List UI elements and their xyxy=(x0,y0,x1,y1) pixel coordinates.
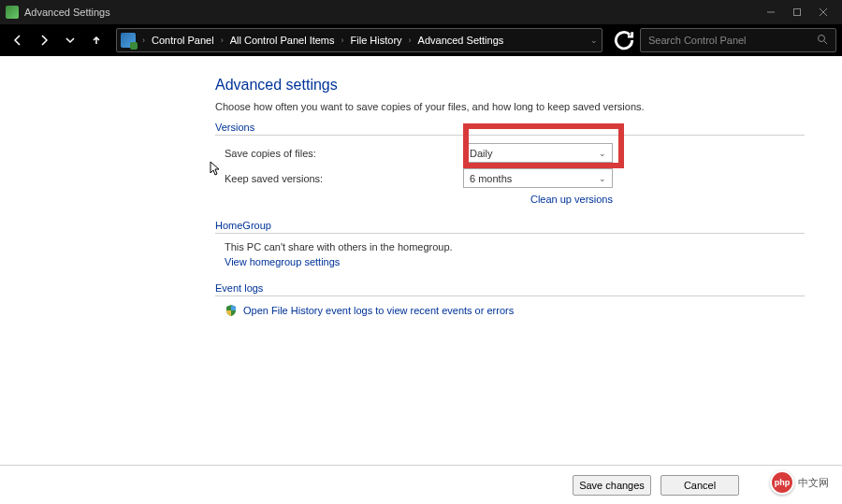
breadcrumb-item[interactable]: Control Panel xyxy=(148,35,218,46)
svg-line-5 xyxy=(824,41,827,44)
navbar: › Control Panel › All Control Panel Item… xyxy=(0,24,842,56)
app-icon xyxy=(6,6,19,19)
section-label: HomeGroup xyxy=(215,220,805,234)
eventlogs-section: Event logs Open File History event logs … xyxy=(215,282,805,317)
save-copies-row: Save copies of files: Daily ⌄ xyxy=(215,143,805,163)
section-label: Versions xyxy=(215,122,805,136)
recent-locations-button[interactable] xyxy=(58,28,82,52)
page-description: Choose how often you want to save copies… xyxy=(215,101,805,112)
keep-versions-label: Keep saved versions: xyxy=(225,173,463,184)
svg-point-4 xyxy=(819,36,825,42)
page-title: Advanced settings xyxy=(215,77,805,94)
homegroup-text: This PC can't share with others in the h… xyxy=(215,241,805,252)
save-copies-label: Save copies of files: xyxy=(225,148,463,159)
breadcrumb-item[interactable]: Advanced Settings xyxy=(414,35,508,46)
chevron-down-icon[interactable]: ⌄ xyxy=(590,36,598,45)
breadcrumb-item[interactable]: All Control Panel Items xyxy=(226,35,339,46)
cleanup-versions-link[interactable]: Clean up versions xyxy=(530,194,613,205)
save-button[interactable]: Save changes xyxy=(573,475,651,496)
watermark: php 中文网 xyxy=(770,470,829,495)
refresh-button[interactable] xyxy=(612,28,636,52)
shield-icon xyxy=(225,304,238,317)
keep-versions-value: 6 months xyxy=(470,173,512,184)
titlebar: Advanced Settings xyxy=(0,0,842,24)
search-input[interactable] xyxy=(648,35,817,46)
keep-versions-row: Keep saved versions: 6 months ⌄ xyxy=(215,168,805,188)
homegroup-section: HomeGroup This PC can't share with other… xyxy=(215,220,805,267)
content-area: Advanced settings Choose how often you w… xyxy=(0,56,842,504)
chevron-right-icon[interactable]: › xyxy=(139,36,148,45)
cancel-button[interactable]: Cancel xyxy=(661,475,739,496)
forward-button[interactable] xyxy=(32,28,56,52)
close-button[interactable] xyxy=(810,3,836,22)
chevron-down-icon: ⌄ xyxy=(599,149,606,158)
eventlogs-link[interactable]: Open File History event logs to view rec… xyxy=(243,305,514,316)
cursor-icon xyxy=(210,161,221,178)
breadcrumb-item[interactable]: File History xyxy=(347,35,406,46)
address-bar[interactable]: › Control Panel › All Control Panel Item… xyxy=(116,28,602,52)
chevron-right-icon[interactable]: › xyxy=(339,36,347,45)
chevron-right-icon[interactable]: › xyxy=(406,36,414,45)
save-copies-dropdown[interactable]: Daily ⌄ xyxy=(463,143,613,163)
minimize-button[interactable] xyxy=(758,3,784,22)
control-panel-icon xyxy=(121,33,136,48)
save-copies-value: Daily xyxy=(470,148,492,159)
search-box[interactable] xyxy=(640,28,836,52)
maximize-button[interactable] xyxy=(784,3,810,22)
svg-rect-1 xyxy=(794,9,801,16)
watermark-text: 中文网 xyxy=(798,476,829,490)
chevron-right-icon[interactable]: › xyxy=(218,36,226,45)
chevron-down-icon: ⌄ xyxy=(599,174,606,183)
section-label: Event logs xyxy=(215,282,805,296)
back-button[interactable] xyxy=(6,28,30,52)
keep-versions-dropdown[interactable]: 6 months ⌄ xyxy=(463,168,613,188)
footer: Save changes Cancel xyxy=(0,465,842,504)
window-title: Advanced Settings xyxy=(24,7,110,18)
search-icon[interactable] xyxy=(817,32,828,49)
watermark-logo: php xyxy=(770,470,794,495)
versions-section: Versions Save copies of files: Daily ⌄ K… xyxy=(215,122,805,205)
up-button[interactable] xyxy=(84,28,109,52)
homegroup-settings-link[interactable]: View homegroup settings xyxy=(225,256,340,267)
